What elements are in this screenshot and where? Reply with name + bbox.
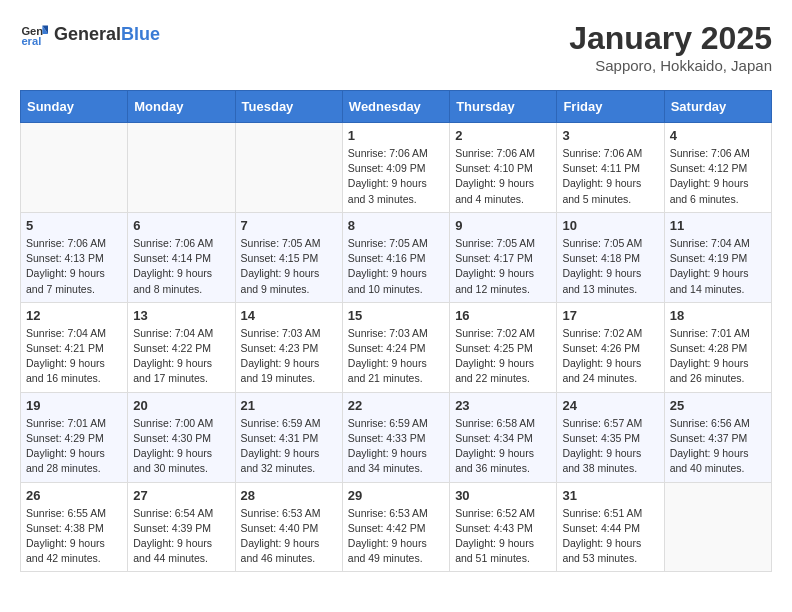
day-number: 4: [670, 128, 766, 143]
day-number: 20: [133, 398, 229, 413]
calendar-week-4: 19Sunrise: 7:01 AM Sunset: 4:29 PM Dayli…: [21, 392, 772, 482]
day-info: Sunrise: 6:53 AM Sunset: 4:42 PM Dayligh…: [348, 506, 444, 567]
day-info: Sunrise: 6:53 AM Sunset: 4:40 PM Dayligh…: [241, 506, 337, 567]
day-number: 18: [670, 308, 766, 323]
calendar-cell: [21, 123, 128, 213]
calendar-cell: 4Sunrise: 7:06 AM Sunset: 4:12 PM Daylig…: [664, 123, 771, 213]
day-number: 17: [562, 308, 658, 323]
location: Sapporo, Hokkaido, Japan: [569, 57, 772, 74]
day-info: Sunrise: 7:02 AM Sunset: 4:26 PM Dayligh…: [562, 326, 658, 387]
day-info: Sunrise: 7:06 AM Sunset: 4:10 PM Dayligh…: [455, 146, 551, 207]
day-info: Sunrise: 7:01 AM Sunset: 4:29 PM Dayligh…: [26, 416, 122, 477]
day-info: Sunrise: 7:04 AM Sunset: 4:22 PM Dayligh…: [133, 326, 229, 387]
day-info: Sunrise: 6:54 AM Sunset: 4:39 PM Dayligh…: [133, 506, 229, 567]
calendar-cell: 16Sunrise: 7:02 AM Sunset: 4:25 PM Dayli…: [450, 302, 557, 392]
weekday-header-friday: Friday: [557, 91, 664, 123]
calendar-cell: 24Sunrise: 6:57 AM Sunset: 4:35 PM Dayli…: [557, 392, 664, 482]
calendar-cell: 14Sunrise: 7:03 AM Sunset: 4:23 PM Dayli…: [235, 302, 342, 392]
calendar-cell: 23Sunrise: 6:58 AM Sunset: 4:34 PM Dayli…: [450, 392, 557, 482]
calendar-cell: 5Sunrise: 7:06 AM Sunset: 4:13 PM Daylig…: [21, 212, 128, 302]
day-number: 21: [241, 398, 337, 413]
calendar-cell: 13Sunrise: 7:04 AM Sunset: 4:22 PM Dayli…: [128, 302, 235, 392]
day-info: Sunrise: 7:05 AM Sunset: 4:16 PM Dayligh…: [348, 236, 444, 297]
calendar-cell: [664, 482, 771, 572]
weekday-header-row: SundayMondayTuesdayWednesdayThursdayFrid…: [21, 91, 772, 123]
day-number: 31: [562, 488, 658, 503]
page-header: Gen eral GeneralBlue January 2025 Sappor…: [20, 20, 772, 74]
calendar-cell: 12Sunrise: 7:04 AM Sunset: 4:21 PM Dayli…: [21, 302, 128, 392]
day-number: 23: [455, 398, 551, 413]
day-number: 8: [348, 218, 444, 233]
calendar-cell: 25Sunrise: 6:56 AM Sunset: 4:37 PM Dayli…: [664, 392, 771, 482]
day-info: Sunrise: 7:06 AM Sunset: 4:09 PM Dayligh…: [348, 146, 444, 207]
calendar-cell: 18Sunrise: 7:01 AM Sunset: 4:28 PM Dayli…: [664, 302, 771, 392]
calendar-cell: 19Sunrise: 7:01 AM Sunset: 4:29 PM Dayli…: [21, 392, 128, 482]
day-number: 13: [133, 308, 229, 323]
day-info: Sunrise: 7:06 AM Sunset: 4:11 PM Dayligh…: [562, 146, 658, 207]
calendar-cell: 28Sunrise: 6:53 AM Sunset: 4:40 PM Dayli…: [235, 482, 342, 572]
calendar-cell: 29Sunrise: 6:53 AM Sunset: 4:42 PM Dayli…: [342, 482, 449, 572]
day-number: 24: [562, 398, 658, 413]
calendar-week-5: 26Sunrise: 6:55 AM Sunset: 4:38 PM Dayli…: [21, 482, 772, 572]
day-info: Sunrise: 6:55 AM Sunset: 4:38 PM Dayligh…: [26, 506, 122, 567]
logo: Gen eral GeneralBlue: [20, 20, 160, 48]
day-number: 26: [26, 488, 122, 503]
day-number: 6: [133, 218, 229, 233]
weekday-header-sunday: Sunday: [21, 91, 128, 123]
calendar-cell: 20Sunrise: 7:00 AM Sunset: 4:30 PM Dayli…: [128, 392, 235, 482]
day-info: Sunrise: 7:06 AM Sunset: 4:14 PM Dayligh…: [133, 236, 229, 297]
day-info: Sunrise: 6:58 AM Sunset: 4:34 PM Dayligh…: [455, 416, 551, 477]
day-info: Sunrise: 7:06 AM Sunset: 4:13 PM Dayligh…: [26, 236, 122, 297]
logo-text-general: General: [54, 25, 121, 43]
logo-text-blue: Blue: [121, 25, 160, 43]
title-section: January 2025 Sapporo, Hokkaido, Japan: [569, 20, 772, 74]
day-info: Sunrise: 7:03 AM Sunset: 4:24 PM Dayligh…: [348, 326, 444, 387]
day-info: Sunrise: 7:02 AM Sunset: 4:25 PM Dayligh…: [455, 326, 551, 387]
calendar-week-2: 5Sunrise: 7:06 AM Sunset: 4:13 PM Daylig…: [21, 212, 772, 302]
day-info: Sunrise: 7:01 AM Sunset: 4:28 PM Dayligh…: [670, 326, 766, 387]
day-info: Sunrise: 6:51 AM Sunset: 4:44 PM Dayligh…: [562, 506, 658, 567]
day-number: 5: [26, 218, 122, 233]
calendar-cell: 7Sunrise: 7:05 AM Sunset: 4:15 PM Daylig…: [235, 212, 342, 302]
day-info: Sunrise: 7:05 AM Sunset: 4:18 PM Dayligh…: [562, 236, 658, 297]
day-info: Sunrise: 7:00 AM Sunset: 4:30 PM Dayligh…: [133, 416, 229, 477]
calendar-week-3: 12Sunrise: 7:04 AM Sunset: 4:21 PM Dayli…: [21, 302, 772, 392]
day-info: Sunrise: 6:52 AM Sunset: 4:43 PM Dayligh…: [455, 506, 551, 567]
calendar-week-1: 1Sunrise: 7:06 AM Sunset: 4:09 PM Daylig…: [21, 123, 772, 213]
day-info: Sunrise: 7:04 AM Sunset: 4:19 PM Dayligh…: [670, 236, 766, 297]
day-info: Sunrise: 7:05 AM Sunset: 4:15 PM Dayligh…: [241, 236, 337, 297]
calendar-cell: 9Sunrise: 7:05 AM Sunset: 4:17 PM Daylig…: [450, 212, 557, 302]
day-number: 10: [562, 218, 658, 233]
calendar-cell: 1Sunrise: 7:06 AM Sunset: 4:09 PM Daylig…: [342, 123, 449, 213]
day-number: 9: [455, 218, 551, 233]
calendar-cell: [235, 123, 342, 213]
day-number: 30: [455, 488, 551, 503]
day-info: Sunrise: 7:04 AM Sunset: 4:21 PM Dayligh…: [26, 326, 122, 387]
calendar-cell: [128, 123, 235, 213]
calendar-body: 1Sunrise: 7:06 AM Sunset: 4:09 PM Daylig…: [21, 123, 772, 572]
calendar-cell: 15Sunrise: 7:03 AM Sunset: 4:24 PM Dayli…: [342, 302, 449, 392]
day-info: Sunrise: 6:57 AM Sunset: 4:35 PM Dayligh…: [562, 416, 658, 477]
month-title: January 2025: [569, 20, 772, 57]
calendar-cell: 2Sunrise: 7:06 AM Sunset: 4:10 PM Daylig…: [450, 123, 557, 213]
day-number: 2: [455, 128, 551, 143]
calendar-cell: 10Sunrise: 7:05 AM Sunset: 4:18 PM Dayli…: [557, 212, 664, 302]
calendar-cell: 11Sunrise: 7:04 AM Sunset: 4:19 PM Dayli…: [664, 212, 771, 302]
calendar-header: SundayMondayTuesdayWednesdayThursdayFrid…: [21, 91, 772, 123]
calendar-cell: 6Sunrise: 7:06 AM Sunset: 4:14 PM Daylig…: [128, 212, 235, 302]
calendar-cell: 31Sunrise: 6:51 AM Sunset: 4:44 PM Dayli…: [557, 482, 664, 572]
day-info: Sunrise: 6:59 AM Sunset: 4:31 PM Dayligh…: [241, 416, 337, 477]
day-number: 29: [348, 488, 444, 503]
day-number: 16: [455, 308, 551, 323]
weekday-header-saturday: Saturday: [664, 91, 771, 123]
svg-text:eral: eral: [21, 35, 41, 47]
calendar-cell: 27Sunrise: 6:54 AM Sunset: 4:39 PM Dayli…: [128, 482, 235, 572]
calendar-cell: 21Sunrise: 6:59 AM Sunset: 4:31 PM Dayli…: [235, 392, 342, 482]
calendar-cell: 17Sunrise: 7:02 AM Sunset: 4:26 PM Dayli…: [557, 302, 664, 392]
day-number: 22: [348, 398, 444, 413]
logo-wordmark: GeneralBlue: [54, 25, 160, 43]
day-info: Sunrise: 6:59 AM Sunset: 4:33 PM Dayligh…: [348, 416, 444, 477]
day-number: 7: [241, 218, 337, 233]
day-number: 28: [241, 488, 337, 503]
weekday-header-monday: Monday: [128, 91, 235, 123]
